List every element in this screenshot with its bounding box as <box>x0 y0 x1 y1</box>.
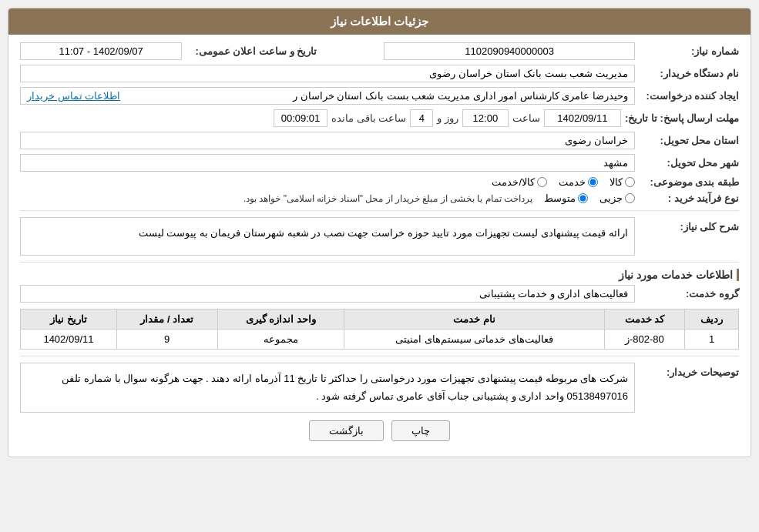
cell-qty: 9 <box>116 330 217 350</box>
category-radio-kala[interactable] <box>625 177 635 187</box>
purchase-option-jozii[interactable]: جزیی <box>599 192 635 204</box>
province-value: خراسان رضوی <box>20 132 635 149</box>
city-row: شهر محل تحویل: مشهد <box>20 154 739 172</box>
description-label: شرح کلی نیاز: <box>639 217 739 233</box>
service-group-value: فعالیت‌های اداری و خدمات پشتیبانی <box>20 285 635 303</box>
print-button[interactable]: چاپ <box>391 420 450 441</box>
buyer-org-row: نام دستگاه خریدار: مدیریت شعب بست بانک ا… <box>20 65 739 82</box>
category-radio-kala-khedmat[interactable] <box>537 177 547 187</box>
creator-value: وحیدرضا عامری کارشناس امور اداری مدیریت … <box>20 87 635 105</box>
creator-text: وحیدرضا عامری کارشناس امور اداری مدیریت … <box>124 90 628 102</box>
service-group-row: گروه خدمت: فعالیت‌های اداری و خدمات پشتی… <box>20 285 739 303</box>
divider-2 <box>20 262 739 263</box>
table-header-qty: تعداد / مقدار <box>116 309 217 330</box>
category-radio-khedmat[interactable] <box>588 177 598 187</box>
city-value: مشهد <box>20 154 635 172</box>
category-radio-group: کالا خدمت کالا/خدمت <box>20 176 635 188</box>
buyer-org-value: مدیریت شعب بست بانک استان خراسان رضوی <box>20 65 635 82</box>
category-row: طبقه بندی موضوعی: کالا خدمت کالا/خدمت <box>20 176 739 188</box>
announce-value: 1402/09/07 - 11:07 <box>20 42 182 60</box>
category-option-kala[interactable]: کالا <box>610 176 635 188</box>
buyer-notes-label: توصیحات خریدار: <box>639 363 739 378</box>
table-header-code: کد خدمت <box>604 309 684 330</box>
deadline-remaining-label: ساعت باقی مانده <box>331 112 406 124</box>
divider-1 <box>20 210 739 211</box>
button-row: چاپ بازگشت <box>20 420 739 441</box>
table-header-unit: واحد اندازه گیری <box>217 309 344 330</box>
deadline-group: 1402/09/11 ساعت 12:00 روز و 4 ساعت باقی … <box>20 109 621 127</box>
cell-unit: مجموعه <box>217 330 344 350</box>
category-khedmat-label: خدمت <box>559 176 586 188</box>
deadline-time-label: ساعت <box>512 112 540 124</box>
category-option-kala-khedmat[interactable]: کالا/خدمت <box>492 176 547 188</box>
category-option-khedmat[interactable]: خدمت <box>559 176 598 188</box>
purchase-motavasset-label: متوسط <box>544 192 576 204</box>
service-table-container: ردیف کد خدمت نام خدمت واحد اندازه گیری ت… <box>20 309 739 350</box>
divider-3 <box>20 356 739 356</box>
description-value: ارائه قیمت پیشنهادی لیست تجهیزات مورد تا… <box>20 217 635 256</box>
service-table: ردیف کد خدمت نام خدمت واحد اندازه گیری ت… <box>20 309 739 350</box>
need-number-label: شماره نیاز: <box>639 45 739 57</box>
table-row: 1 802-80-ز فعالیت‌های خدماتی سیستم‌های ا… <box>21 330 739 350</box>
creator-label: ایجاد کننده درخواست: <box>639 90 739 102</box>
content-area: شماره نیاز: 1102090940000003 تاریخ و ساع… <box>8 35 751 457</box>
deadline-remaining: 00:09:01 <box>274 109 327 127</box>
creator-row: ایجاد کننده درخواست: وحیدرضا عامری کارشن… <box>20 87 739 105</box>
buyer-notes-value: شرکت های مربوطه قیمت پیشنهادی تجهیزات مو… <box>20 363 635 413</box>
table-header-date: تاریخ نیاز <box>21 309 117 330</box>
purchase-radio-jozii[interactable] <box>625 193 635 203</box>
table-header-row: ردیف <box>685 309 739 330</box>
main-box: جزئیات اطلاعات نیاز شماره نیاز: 11020909… <box>8 8 751 457</box>
deadline-days-label: روز و <box>437 112 458 124</box>
cell-row: 1 <box>685 330 739 350</box>
page-title: جزئیات اطلاعات نیاز <box>8 8 751 35</box>
purchase-radio-group: جزیی متوسط پرداخت تمام یا بخشی از مبلغ خ… <box>20 192 635 204</box>
province-row: استان محل تحویل: خراسان رضوی <box>20 132 739 149</box>
buyer-notes-row: توصیحات خریدار: شرکت های مربوطه قیمت پیش… <box>20 363 739 413</box>
service-group-label: گروه خدمت: <box>639 288 739 299</box>
deadline-time: 12:00 <box>462 109 509 127</box>
page-container: جزئیات اطلاعات نیاز شماره نیاز: 11020909… <box>0 0 759 532</box>
province-label: استان محل تحویل: <box>639 135 739 146</box>
category-label: طبقه بندی موضوعی: <box>639 176 739 188</box>
deadline-row: مهلت ارسال پاسخ: تا تاریخ: 1402/09/11 سا… <box>20 109 739 127</box>
deadline-date: 1402/09/11 <box>544 109 621 127</box>
cell-name: فعالیت‌های خدماتی سیستم‌های امنیتی <box>344 330 604 350</box>
service-info-title: اطلاعات خدمات مورد نیاز <box>20 269 739 281</box>
purchase-note: پرداخت تمام یا بخشی از مبلغ خریدار از مح… <box>243 193 532 204</box>
purchase-type-label: نوع فرآیند خرید : <box>639 192 739 204</box>
cell-code: 802-80-ز <box>604 330 684 350</box>
deadline-days: 4 <box>410 109 433 127</box>
purchase-jozii-label: جزیی <box>599 192 623 204</box>
creator-link[interactable]: اطلاعات تماس خریدار <box>27 90 120 102</box>
buyer-org-label: نام دستگاه خریدار: <box>639 68 739 79</box>
cell-date: 1402/09/11 <box>21 330 117 350</box>
back-button[interactable]: بازگشت <box>309 420 384 441</box>
announce-label: تاریخ و ساعت اعلان عمومی: <box>186 45 317 57</box>
category-kala-khedmat-label: کالا/خدمت <box>492 176 535 188</box>
table-header-name: نام خدمت <box>344 309 604 330</box>
description-row: شرح کلی نیاز: ارائه قیمت پیشنهادی لیست ت… <box>20 217 739 256</box>
purchase-type-row: نوع فرآیند خرید : جزیی متوسط پرداخت تمام… <box>20 192 739 204</box>
need-number-value: 1102090940000003 <box>384 42 635 60</box>
city-label: شهر محل تحویل: <box>639 157 739 169</box>
need-number-row: شماره نیاز: 1102090940000003 تاریخ و ساع… <box>20 42 739 60</box>
purchase-option-motavasset[interactable]: متوسط <box>544 192 588 204</box>
purchase-radio-motavasset[interactable] <box>578 193 588 203</box>
category-kala-label: کالا <box>610 176 623 188</box>
deadline-label: مهلت ارسال پاسخ: تا تاریخ: <box>625 112 739 124</box>
